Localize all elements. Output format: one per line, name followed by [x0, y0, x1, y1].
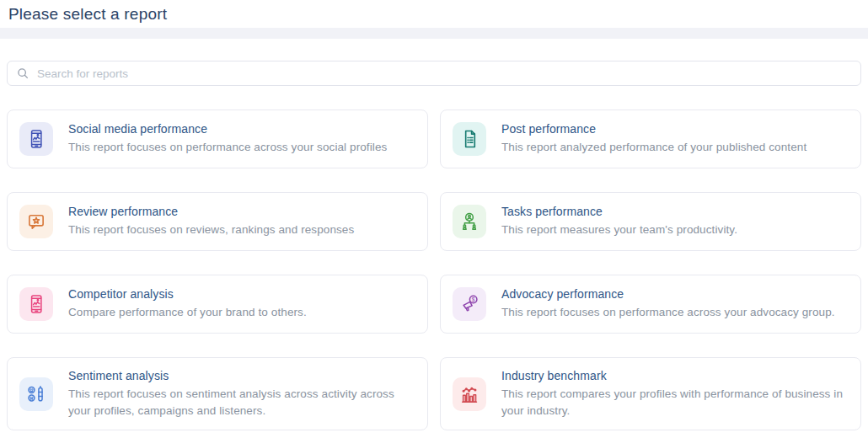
report-title: Tasks performance	[501, 205, 849, 218]
report-title: Industry benchmark	[501, 369, 849, 382]
document-list-icon	[453, 122, 486, 156]
report-card[interactable]: Tasks performance This report measures y…	[440, 192, 861, 251]
report-card[interactable]: Sentiment analysis This report focuses o…	[7, 357, 428, 430]
report-grid: Social media performance This report foc…	[7, 110, 861, 430]
report-card[interactable]: Advocacy performance This report focuses…	[440, 275, 861, 334]
report-title: Review performance	[68, 205, 415, 218]
report-description: Compare performance of your brand to oth…	[68, 304, 415, 321]
report-title: Social media performance	[68, 122, 415, 136]
page-title: Please select a report	[8, 5, 167, 24]
review-bubble-star-icon	[19, 205, 53, 238]
report-card[interactable]: Social media performance This report foc…	[7, 110, 428, 168]
report-picker: Social media performance This report foc…	[0, 39, 868, 430]
report-card[interactable]: Post performance This report analyzed pe…	[440, 110, 861, 168]
smartphone-chart-icon	[19, 122, 53, 156]
smartphone-chart-icon	[19, 287, 53, 321]
report-title: Competitor analysis	[68, 287, 415, 301]
megaphone-dollar-icon	[453, 287, 486, 321]
report-description: This report focuses on sentiment analysi…	[68, 386, 415, 419]
report-description: This report measures your team's product…	[501, 222, 849, 238]
team-org-icon	[453, 205, 486, 238]
report-description: This report focuses on reviews, rankings…	[68, 222, 415, 238]
search-icon	[16, 67, 29, 80]
report-card[interactable]: Industry benchmark This report compares …	[440, 357, 861, 430]
report-title: Advocacy performance	[501, 287, 849, 301]
report-description: This report focuses on performance acros…	[68, 139, 415, 156]
report-card[interactable]: Review performance This report focuses o…	[7, 192, 428, 251]
report-description: This report compares your profiles with …	[501, 386, 849, 419]
sentiment-faces-icon	[19, 377, 53, 411]
bar-line-chart-icon	[453, 377, 486, 411]
report-card[interactable]: Competitor analysis Compare performance …	[7, 275, 428, 334]
page-header: Please select a report	[0, 0, 868, 28]
report-title: Post performance	[501, 122, 849, 136]
header-divider-band	[0, 28, 868, 39]
search-input[interactable]	[37, 67, 852, 80]
report-description: This report analyzed performance of your…	[501, 139, 849, 156]
search-bar[interactable]	[7, 61, 861, 86]
report-title: Sentiment analysis	[68, 369, 415, 382]
report-description: This report focuses on performance acros…	[501, 304, 849, 321]
